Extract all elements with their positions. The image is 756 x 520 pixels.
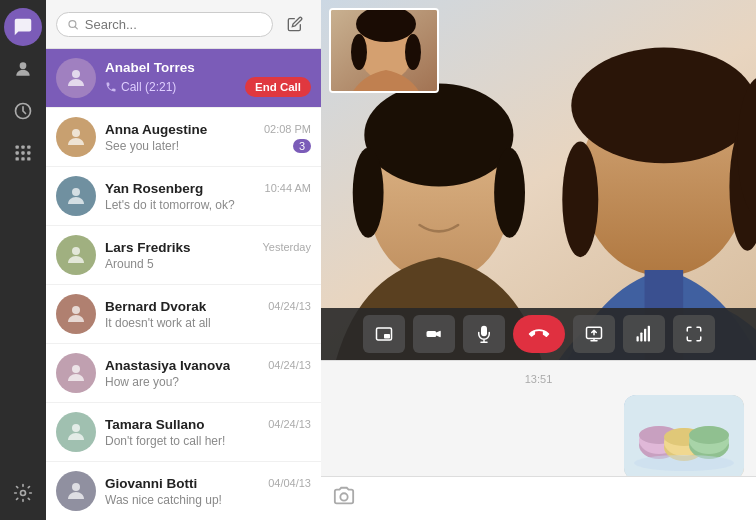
conv-preview-bernard: It doesn't work at all xyxy=(105,316,211,330)
conv-item-lars[interactable]: Lars Fredriks Yesterday Around 5 xyxy=(46,226,321,285)
avatar-giovanni xyxy=(56,471,96,511)
search-wrapper[interactable] xyxy=(56,12,273,37)
svg-rect-2 xyxy=(16,146,19,149)
pip-button[interactable] xyxy=(363,315,405,353)
conv-item-anastasiya[interactable]: Anastasiya Ivanova 04/24/13 How are you? xyxy=(46,344,321,403)
svg-point-24 xyxy=(364,84,513,187)
conv-preview-tamara: Don't forget to call her! xyxy=(105,434,225,448)
sidebar-dialpad-btn[interactable] xyxy=(4,134,42,172)
avatar-anabel xyxy=(56,58,96,98)
svg-rect-3 xyxy=(21,146,24,149)
chat-input-bar xyxy=(321,476,756,520)
end-call-button[interactable]: End Call xyxy=(245,77,311,97)
avatar-anna xyxy=(56,117,96,157)
conv-preview-anna: See you later! xyxy=(105,139,179,153)
message-time-13-51: 13:51 xyxy=(333,373,744,385)
messages-list: 13:51 xyxy=(321,361,756,476)
conv-item-anabel[interactable]: Anabel Torres Call (2:21) End Call xyxy=(46,49,321,108)
svg-point-29 xyxy=(571,48,756,164)
sidebar-settings-btn[interactable] xyxy=(4,474,42,512)
svg-point-17 xyxy=(72,306,80,314)
svg-rect-40 xyxy=(384,334,390,339)
chat-text-input[interactable] xyxy=(363,491,744,506)
fullscreen-button[interactable] xyxy=(673,315,715,353)
badge-anna: 3 xyxy=(293,139,311,153)
conv-name-giovanni: Giovanni Botti xyxy=(105,476,197,491)
conv-name-tamara: Tamara Sullano xyxy=(105,417,205,432)
self-view-thumbnail xyxy=(329,8,439,93)
svg-rect-8 xyxy=(16,157,19,160)
sidebar xyxy=(0,0,46,520)
conv-item-yan[interactable]: Yan Rosenberg 10:44 AM Let's do it tomor… xyxy=(46,167,321,226)
svg-rect-44 xyxy=(644,329,646,342)
svg-point-11 xyxy=(21,491,26,496)
conv-time-giovanni: 04/04/13 xyxy=(268,477,311,489)
svg-point-16 xyxy=(72,247,80,255)
svg-point-26 xyxy=(494,148,525,238)
avatar-tamara xyxy=(56,412,96,452)
conv-name-lars: Lars Fredriks xyxy=(105,240,191,255)
svg-point-20 xyxy=(72,483,80,491)
svg-point-13 xyxy=(72,70,80,78)
conv-name-anastasiya: Anastasiya Ivanova xyxy=(105,358,230,373)
conv-item-tamara[interactable]: Tamara Sullano 04/24/13 Don't forget to … xyxy=(46,403,321,462)
avatar-anastasiya xyxy=(56,353,96,393)
screen-share-button[interactable] xyxy=(573,315,615,353)
conv-name-yan: Yan Rosenberg xyxy=(105,181,203,196)
svg-point-38 xyxy=(405,34,421,70)
camera-icon[interactable] xyxy=(333,485,355,512)
volume-button[interactable] xyxy=(623,315,665,353)
svg-point-19 xyxy=(72,424,80,432)
search-input[interactable] xyxy=(85,17,262,32)
self-view-video xyxy=(331,10,439,93)
conv-time-anastasiya: 04/24/13 xyxy=(268,359,311,371)
mute-button[interactable] xyxy=(463,315,505,353)
svg-rect-6 xyxy=(21,151,24,154)
svg-point-18 xyxy=(72,365,80,373)
conv-item-anna[interactable]: Anna Augestine 02:08 PM See you later! 3 xyxy=(46,108,321,167)
conv-item-giovanni[interactable]: Giovanni Botti 04/04/13 Was nice catchin… xyxy=(46,462,321,520)
end-call-video-button[interactable] xyxy=(513,315,565,353)
chat-area: 13:51 xyxy=(321,360,756,520)
svg-rect-4 xyxy=(27,146,30,149)
svg-point-58 xyxy=(340,493,347,500)
sidebar-contacts-btn[interactable] xyxy=(4,50,42,88)
conv-content-anna: Anna Augestine 02:08 PM See you later! 3 xyxy=(105,122,311,153)
compose-button[interactable] xyxy=(279,8,311,40)
conv-preview-giovanni: Was nice catching up! xyxy=(105,493,222,507)
conv-name-anabel: Anabel Torres xyxy=(105,60,195,75)
svg-rect-43 xyxy=(640,333,642,342)
message-image-content xyxy=(624,395,744,476)
svg-point-25 xyxy=(353,148,384,238)
conv-content-anastasiya: Anastasiya Ivanova 04/24/13 How are you? xyxy=(105,358,311,389)
svg-point-30 xyxy=(562,141,598,257)
svg-point-0 xyxy=(20,62,27,69)
svg-point-37 xyxy=(351,34,367,70)
svg-point-15 xyxy=(72,188,80,196)
conv-content-tamara: Tamara Sullano 04/24/13 Don't forget to … xyxy=(105,417,311,448)
conv-content-yan: Yan Rosenberg 10:44 AM Let's do it tomor… xyxy=(105,181,311,212)
svg-rect-5 xyxy=(16,151,19,154)
image-message-bubble xyxy=(624,395,744,476)
avatar-bernard xyxy=(56,294,96,334)
svg-rect-42 xyxy=(636,336,638,341)
svg-rect-10 xyxy=(27,157,30,160)
message-row-image: ✓ Delivered xyxy=(333,395,744,476)
video-area xyxy=(321,0,756,360)
svg-point-14 xyxy=(72,129,80,137)
conv-time-yan: 10:44 AM xyxy=(265,182,311,194)
conv-content-giovanni: Giovanni Botti 04/04/13 Was nice catchin… xyxy=(105,476,311,507)
video-toggle-button[interactable] xyxy=(413,315,455,353)
conv-preview-lars: Around 5 xyxy=(105,257,154,271)
svg-rect-7 xyxy=(27,151,30,154)
sidebar-recent-btn[interactable] xyxy=(4,92,42,130)
conv-content-lars: Lars Fredriks Yesterday Around 5 xyxy=(105,240,311,271)
conv-time-bernard: 04/24/13 xyxy=(268,300,311,312)
conv-item-bernard[interactable]: Bernard Dvorak 04/24/13 It doesn't work … xyxy=(46,285,321,344)
sidebar-chats-btn[interactable] xyxy=(4,8,42,46)
conv-preview-yan: Let's do it tomorrow, ok? xyxy=(105,198,235,212)
conv-preview-anastasiya: How are you? xyxy=(105,375,179,389)
conversation-list: Anabel Torres Call (2:21) End Call Anna … xyxy=(46,49,321,520)
conv-name-bernard: Bernard Dvorak xyxy=(105,299,206,314)
search-icon xyxy=(67,18,79,31)
